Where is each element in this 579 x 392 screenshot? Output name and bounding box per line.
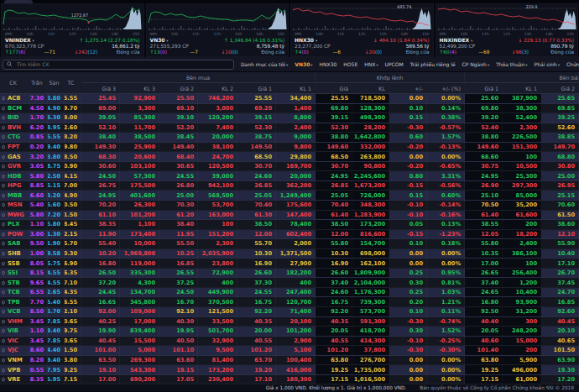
price-cell[interactable]: 38,500 (120, 133, 159, 142)
price-cell[interactable]: 120,700 (276, 297, 316, 306)
price-cell[interactable]: 92.60 (541, 307, 579, 316)
price-cell[interactable]: 38.80 (316, 133, 352, 142)
pin-icon[interactable] (1, 96, 6, 101)
price-cell[interactable]: 52.30 (237, 123, 276, 133)
price-cell[interactable]: 401,600 (120, 191, 159, 200)
ticker-cell[interactable]: BVH (0, 123, 30, 133)
nav-item-hnx[interactable]: HNX▾ (364, 61, 378, 67)
price-cell[interactable]: 30.80 (541, 162, 579, 171)
ticker-cell[interactable]: VRE (0, 375, 30, 384)
price-cell[interactable]: 52.40 (465, 123, 503, 133)
price-cell[interactable]: 52.10 (81, 123, 120, 133)
price-cell[interactable]: 248,200 (503, 327, 541, 336)
price-cell[interactable]: 134,700 (120, 288, 159, 297)
price-cell[interactable]: 942,100 (198, 181, 237, 191)
ticker-cell[interactable]: CTG (0, 133, 30, 142)
price-cell[interactable]: 38.85 (541, 133, 579, 142)
price-cell[interactable]: -0.10 (389, 337, 427, 346)
price-cell[interactable]: 200 (503, 220, 541, 229)
price-cell[interactable]: 37.20 (81, 278, 120, 287)
price-cell[interactable]: 38.40 (159, 220, 198, 229)
price-cell[interactable]: 149.50 (237, 143, 276, 152)
price-cell[interactable]: 17.05 (159, 375, 198, 384)
price-cell[interactable]: 93,900 (503, 297, 541, 306)
price-cell[interactable]: 1,642,800 (352, 133, 389, 142)
price-cell[interactable]: 101.10 (159, 346, 198, 355)
col-header-bid-p3[interactable]: Giá 3 (81, 83, 120, 93)
price-cell[interactable]: 68.40 (159, 152, 198, 161)
price-cell[interactable]: 10.25 (159, 249, 198, 259)
pin-icon[interactable] (1, 251, 6, 256)
price-cell[interactable]: 839,400 (120, 327, 159, 336)
price-cell[interactable]: 0.00 (389, 365, 427, 374)
price-cell[interactable]: 55.40 (81, 239, 120, 248)
price-cell[interactable]: 40.55 (237, 337, 276, 346)
price-cell[interactable]: 26.60 (316, 269, 352, 278)
price-cell[interactable]: 52.20 (159, 123, 198, 133)
price-cell[interactable]: 690,200 (120, 375, 159, 384)
price-cell[interactable]: 1,673,200 (352, 181, 389, 191)
col-header-bid-p1[interactable]: Giá 1 (237, 83, 276, 93)
pin-icon[interactable] (1, 309, 6, 314)
price-cell[interactable]: 37.45 (541, 278, 579, 287)
price-cell[interactable]: 37,800 (352, 346, 389, 355)
price-cell[interactable]: 25.00 (159, 191, 198, 200)
price-cell[interactable]: 61.30 (237, 211, 276, 220)
price-cell[interactable]: 1,371,500 (276, 249, 316, 259)
price-cell[interactable]: -0.10 (389, 201, 427, 210)
table-row[interactable]: CTG40.8535.5538.2038.4038,50038.4520,000… (0, 133, 579, 143)
price-cell[interactable]: 40.65 (541, 337, 579, 346)
price-cell[interactable]: 10.40 (541, 249, 579, 259)
index-panel-hnx30[interactable]: 485.74 09h10h11h12h13h14h15h HNX30 ▾ ↓ 4… (290, 3, 434, 57)
price-cell[interactable]: 100,400 (276, 356, 316, 365)
table-row[interactable]: VIB21.1018.4019.7519.90839,40019.95501,7… (0, 327, 579, 337)
price-cell[interactable]: 17.10 (541, 259, 579, 268)
price-cell[interactable]: 602,400 (276, 230, 316, 239)
price-cell[interactable]: 69.80 (316, 104, 352, 113)
pin-icon[interactable] (1, 222, 6, 227)
price-cell[interactable]: 17.10 (237, 375, 276, 384)
price-cell[interactable]: 20.05 (316, 327, 352, 336)
table-row[interactable]: VRE18.3515.9517.1517.00690,20017.05230,4… (0, 375, 579, 385)
price-cell[interactable]: 26.70 (541, 269, 579, 278)
price-cell[interactable]: 2,035,900 (198, 249, 237, 259)
price-cell[interactable]: 26.95 (541, 181, 579, 191)
price-cell[interactable]: 11,700 (120, 123, 159, 133)
price-cell[interactable]: 418,700 (352, 327, 389, 336)
ticker-cell[interactable]: ACB (0, 94, 30, 103)
price-cell[interactable]: 2,245,600 (352, 171, 389, 180)
price-cell[interactable]: 40.50 (159, 337, 198, 346)
price-cell[interactable]: 149.60 (316, 143, 352, 152)
price-cell[interactable]: 9,000 (276, 133, 316, 142)
pin-icon[interactable] (1, 377, 6, 382)
price-cell[interactable]: 173,400 (120, 230, 159, 239)
price-cell[interactable]: 1,016,500 (352, 375, 389, 384)
price-cell[interactable]: 0.18% (427, 239, 465, 248)
pin-icon[interactable] (1, 358, 6, 363)
price-cell[interactable]: 7,400 (198, 123, 237, 133)
pin-icon[interactable] (1, 144, 6, 149)
price-cell[interactable]: 38.75 (237, 133, 276, 142)
price-cell[interactable]: 40.55 (316, 337, 352, 346)
price-cell[interactable]: 92.00 (81, 307, 120, 316)
ticker-cell[interactable]: VNM (0, 356, 30, 365)
price-cell[interactable]: 26.60 (237, 269, 276, 278)
pin-icon[interactable] (1, 164, 6, 169)
table-row[interactable]: VHM43.4537.8540.6540.2517,00040.3033,500… (0, 317, 579, 327)
price-cell[interactable]: 1,100 (120, 220, 159, 229)
price-cell[interactable]: 0.00% (427, 94, 465, 103)
price-cell[interactable]: 37.40 (316, 278, 352, 287)
col-header-change-pct[interactable]: +/- (%) (427, 83, 465, 93)
price-cell[interactable]: 0.00 (389, 152, 427, 161)
table-row[interactable]: GVR33.0528.7530.9030.60103,10030.65120,5… (0, 162, 579, 172)
price-cell[interactable]: 163,000 (198, 211, 237, 220)
col-header-ask-p2[interactable]: Giá 2 (541, 83, 579, 93)
pin-icon[interactable] (1, 270, 6, 275)
price-cell[interactable]: 26.85 (237, 181, 276, 191)
price-cell[interactable]: 100 (198, 220, 237, 229)
table-row[interactable]: BVH56.2048.9552.6052.1011,70052.207,4005… (0, 123, 579, 133)
price-cell[interactable]: 25.45 (81, 94, 120, 103)
price-cell[interactable]: 38.55 (465, 220, 503, 229)
price-cell[interactable]: 15,000 (503, 337, 541, 346)
table-row[interactable]: VPB20.5517.9519.2519.10543,30019.15173,2… (0, 365, 579, 375)
